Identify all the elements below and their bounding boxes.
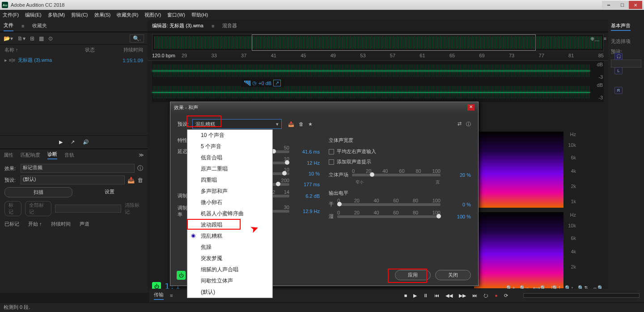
delete-preset-icon[interactable]: 🗑: [299, 121, 304, 127]
transport-label[interactable]: 传输: [154, 291, 164, 300]
settings-button[interactable]: 设置: [76, 187, 143, 197]
col-duration[interactable]: 持续时间: [112, 47, 143, 53]
col-name[interactable]: 名称 ↑: [4, 47, 85, 53]
clear-marks[interactable]: 清除标记: [125, 202, 143, 215]
tab-diagnostics[interactable]: 诊断: [47, 151, 57, 159]
overview-selection[interactable]: [252, 34, 536, 51]
preset-option[interactable]: 多声部和声: [187, 186, 272, 197]
channel-right-wave[interactable]: [152, 82, 590, 102]
col-dur[interactable]: 持续时间: [51, 221, 71, 227]
file-row[interactable]: ▸ ≡|≡ 无标题 (3).wma 1:15:1.09: [0, 55, 148, 65]
zoom-selection-icon[interactable]: ⊕⸏: [590, 36, 599, 42]
stereo-field-slider[interactable]: 020406080100: [352, 174, 441, 176]
transport-repeat-button[interactable]: ⟳: [504, 293, 508, 299]
tab-track[interactable]: 音轨: [64, 152, 74, 158]
col-marked[interactable]: 已标记: [4, 221, 19, 227]
effect-power-button[interactable]: ⏻: [177, 271, 186, 280]
pin-icon[interactable]: ↗: [273, 80, 281, 86]
favorite-icon[interactable]: ★: [308, 121, 313, 127]
files-panel-menu-icon[interactable]: ≡: [21, 23, 24, 29]
menu-window[interactable]: 窗口(W): [167, 12, 185, 18]
effect-select[interactable]: 标记音频: [21, 164, 135, 173]
preset-option[interactable]: 5 个声音: [187, 141, 272, 152]
menu-favorites[interactable]: 收藏夹(R): [117, 12, 138, 18]
transport-stop-button[interactable]: ■: [404, 293, 407, 299]
menu-effects[interactable]: 效果(S): [94, 12, 111, 18]
preset-option[interactable]: 波动跟唱: [187, 219, 272, 231]
scan-button[interactable]: 扫描: [4, 187, 72, 197]
cd-icon[interactable]: ⊙: [48, 35, 53, 42]
filter-input[interactable]: [55, 205, 121, 213]
list-icon[interactable]: ≡: [604, 36, 606, 42]
avg-lr-checkbox[interactable]: 平均左右声道输入: [329, 148, 471, 155]
hud-volume[interactable]: ◷ +0 dB ↗: [242, 79, 284, 87]
spectrogram-left[interactable]: Hz 10k 6k 4k 2k 1k: [474, 132, 564, 208]
transport-record-button[interactable]: ●: [495, 293, 498, 299]
preset-option[interactable]: 细腻的人声合唱: [187, 264, 272, 275]
tab-files[interactable]: 文件: [4, 20, 13, 31]
transport-prev-button[interactable]: ⏮: [434, 293, 439, 299]
transport-next-button[interactable]: ⏭: [472, 293, 477, 299]
transport-pause-button[interactable]: ⏸: [423, 293, 428, 299]
tab-mixer[interactable]: 混音器: [222, 22, 237, 29]
menu-multitrack[interactable]: 多轨(M): [48, 12, 65, 18]
binaural-checkbox[interactable]: 添加双声道提示: [329, 158, 471, 165]
transport-play-button[interactable]: ▶: [413, 293, 417, 299]
preset-select[interactable]: (默认): [21, 175, 125, 184]
more-tabs-icon[interactable]: ≫: [139, 152, 144, 158]
dialog-preset-combo[interactable]: 混乱糟糕 ▾: [192, 119, 282, 129]
channel-left-wave[interactable]: [152, 61, 590, 81]
preset-option[interactable]: 突发梦魇: [187, 253, 272, 264]
tab-favorites[interactable]: 收藏夹: [32, 21, 47, 31]
open-file-icon[interactable]: 📂▾: [4, 35, 13, 42]
mark-chip[interactable]: 标记: [4, 201, 21, 216]
menu-edit[interactable]: 编辑(E): [25, 12, 42, 18]
swap-channels-icon[interactable]: ⇄: [458, 121, 462, 128]
preset-option[interactable]: 低音合唱: [187, 152, 272, 163]
menu-view[interactable]: 视图(V): [144, 12, 161, 18]
preset-option[interactable]: 四重唱: [187, 175, 272, 186]
essential-sound-header[interactable]: 基本声音: [611, 22, 631, 31]
channel-r-button[interactable]: R: [614, 87, 623, 94]
save-preset-icon[interactable]: 📥: [288, 121, 294, 127]
window-close-button[interactable]: ✕: [629, 1, 642, 9]
transport-menu-icon[interactable]: ≡: [170, 293, 173, 298]
menu-help[interactable]: 帮助(H): [191, 12, 208, 18]
dry-slider[interactable]: 020406080100: [337, 203, 441, 206]
tab-properties[interactable]: 属性: [4, 152, 13, 158]
autoplay-icon[interactable]: 🔊: [83, 139, 89, 145]
apply-button[interactable]: 应用: [395, 270, 431, 280]
close-button[interactable]: 关闭: [435, 270, 471, 280]
tab-editor[interactable]: 编辑器: 无标题 (3).wma: [152, 22, 203, 29]
preset-option[interactable]: 机器人小蜜蜂序曲: [187, 208, 272, 219]
spectrogram-right[interactable]: Hz 10k 6k 4k 2k: [474, 212, 564, 288]
wet-slider[interactable]: 020406080100: [337, 215, 441, 218]
dialog-info-icon[interactable]: ⓘ: [466, 121, 471, 128]
save-preset-icon[interactable]: 📥: [127, 177, 135, 184]
preset-option[interactable]: (默认): [187, 286, 272, 298]
editor-tab-menu-icon[interactable]: ≡: [212, 23, 214, 29]
play-icon[interactable]: ▶: [59, 139, 63, 145]
waveform-display[interactable]: ◷ +0 dB ↗ dB -3 dB -3 🎧 L R: [152, 61, 604, 102]
preset-dropdown-list[interactable]: 10 个声音5 个声音低音合唱原声二重唱四重唱多声部和声微小卵石机器人小蜜蜂序曲…: [187, 129, 273, 298]
transport-rewind-button[interactable]: ◀◀: [445, 293, 453, 299]
info-icon[interactable]: ⓘ: [137, 164, 143, 172]
mark-all-chip[interactable]: 全部标记: [25, 201, 51, 216]
export-icon[interactable]: ↗: [71, 139, 75, 145]
preset-option[interactable]: 微小卵石: [187, 197, 272, 208]
dialog-titlebar[interactable]: 效果 - 和声 ✕: [170, 102, 478, 113]
headphone-button[interactable]: 🎧: [614, 53, 623, 60]
menu-file[interactable]: 文件(F): [3, 12, 19, 18]
window-maximize-button[interactable]: ☐: [615, 1, 629, 9]
col-chan[interactable]: 声道: [80, 221, 89, 227]
ess-preset-select[interactable]: [611, 60, 641, 68]
time-ruler[interactable]: 120.0 bpm 293337414549535761656973778185: [148, 53, 608, 61]
window-minimize-button[interactable]: ━: [602, 1, 615, 9]
transport-loop-button[interactable]: ⭮: [483, 293, 488, 299]
preset-option[interactable]: 10 个声音: [187, 130, 272, 141]
waveform-overview[interactable]: [152, 34, 604, 51]
menu-clip[interactable]: 剪辑(C): [71, 12, 88, 18]
preset-option[interactable]: 焦躁: [187, 242, 272, 253]
level-meter[interactable]: [523, 293, 640, 298]
multitrack-icon[interactable]: ⊞: [30, 35, 34, 42]
